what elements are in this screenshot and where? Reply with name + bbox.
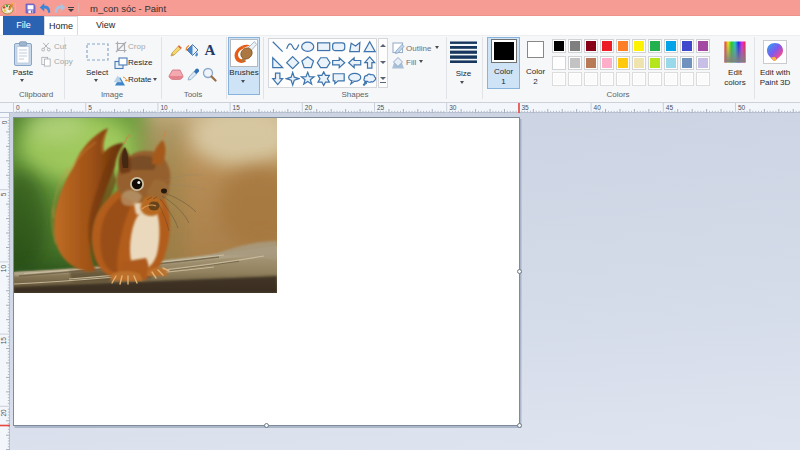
svg-text:0: 0 bbox=[1, 120, 8, 124]
svg-text:5: 5 bbox=[1, 192, 8, 196]
svg-text:15: 15 bbox=[1, 337, 8, 345]
svg-text:10: 10 bbox=[1, 265, 8, 273]
svg-text:20: 20 bbox=[1, 409, 8, 417]
